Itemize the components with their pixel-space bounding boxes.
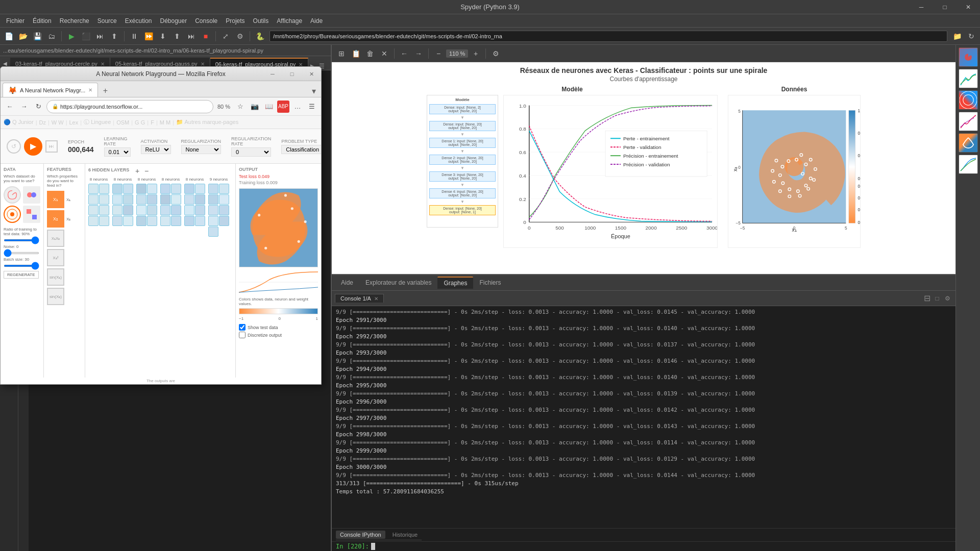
noise-slider[interactable] xyxy=(4,252,39,254)
sidebar-thumb-1[interactable] xyxy=(958,47,978,67)
nn-reset-button[interactable]: ↺ xyxy=(7,139,21,154)
debug-button[interactable]: ⏸ xyxy=(128,30,141,43)
feature-x2[interactable]: X₂ xyxy=(47,210,64,228)
console-settings-button[interactable]: ⚙ xyxy=(942,293,952,304)
lr-select[interactable]: 0.01 xyxy=(104,147,131,157)
step-out-button[interactable]: ⬆ xyxy=(170,30,184,43)
rt-settings-button[interactable]: ⚙ xyxy=(489,47,502,60)
tab-close-0[interactable]: ✕ xyxy=(101,61,105,67)
run-cell-advance-button[interactable]: ⏭ xyxy=(93,30,107,43)
nn-step-button[interactable]: ⏭ xyxy=(45,140,58,153)
tab-variables[interactable]: Explorateur de variables xyxy=(359,277,437,288)
run-selection-button[interactable]: ⬆ xyxy=(108,30,121,43)
rt-prev-button[interactable]: ← xyxy=(398,47,411,60)
ff-bookmark-star[interactable]: ☆ xyxy=(234,101,247,113)
close-button[interactable]: ✕ xyxy=(957,0,980,14)
menu-outils[interactable]: Outils xyxy=(249,16,273,26)
ff-back-button[interactable]: ← xyxy=(4,101,16,113)
menu-projets[interactable]: Projets xyxy=(222,16,249,26)
sidebar-thumb-4[interactable] xyxy=(958,111,978,132)
ff-bookmark-autres[interactable]: 📁 Autres marque-pages xyxy=(176,119,238,126)
ff-bookmark-g1[interactable]: G G xyxy=(135,119,145,126)
console-output[interactable]: 9/9 [============================] - 0s … xyxy=(332,306,955,528)
sync-button[interactable]: ↻ xyxy=(965,30,978,43)
feature-sinx1[interactable]: sin(X₁) xyxy=(47,268,64,286)
tab-fichiers[interactable]: Fichiers xyxy=(473,277,507,288)
ff-bookmark-linguee[interactable]: Ⓛ Linguee xyxy=(84,118,111,126)
ff-minimize-button[interactable]: ─ xyxy=(263,67,282,81)
open-file-button[interactable]: 📂 xyxy=(16,30,30,43)
console-options-button[interactable]: ⊟ xyxy=(922,293,932,304)
ff-forward-button[interactable]: → xyxy=(18,101,30,113)
ff-bookmark-w1[interactable]: W W xyxy=(52,119,64,126)
tab-aide[interactable]: Aide xyxy=(335,277,359,288)
dataset-spiral-btn[interactable] xyxy=(4,186,21,204)
rt-paste-button[interactable]: 📋 xyxy=(349,47,362,60)
ff-bookmark-lex[interactable]: Lex xyxy=(69,119,79,126)
maximize-pane-button[interactable]: ⤢ xyxy=(219,30,232,43)
menu-execution[interactable]: Exécution xyxy=(121,16,156,26)
ff-tab-list-button[interactable]: ▾ xyxy=(307,85,321,97)
ff-bookmark-osm[interactable]: OSM xyxy=(116,119,129,126)
ff-bookmark-dz[interactable]: Dz xyxy=(39,119,46,126)
show-test-checkbox[interactable] xyxy=(239,324,246,331)
menu-recherche[interactable]: Recherche xyxy=(56,16,93,26)
step-into-button[interactable]: ⬇ xyxy=(156,30,169,43)
save-button[interactable]: 💾 xyxy=(31,30,44,43)
continue-button[interactable]: ⏭ xyxy=(185,30,198,43)
ff-bookmark-f[interactable]: F xyxy=(151,119,154,126)
ff-tab-close[interactable]: ✕ xyxy=(88,87,92,93)
activation-select[interactable]: ReLU xyxy=(141,145,171,154)
feature-x1x2[interactable]: X₁X₂ xyxy=(47,230,64,247)
ff-bookmark-q[interactable]: 🔵 Q Junior xyxy=(4,119,34,126)
ff-more-button[interactable]: … xyxy=(291,101,304,113)
rt-zoom-out-button[interactable]: − xyxy=(432,47,445,60)
save-all-button[interactable]: 🗂 xyxy=(45,30,58,43)
maximize-button[interactable]: □ xyxy=(933,0,957,14)
ff-close-button[interactable]: ✕ xyxy=(302,67,321,81)
ff-screenshot-button[interactable]: 📷 xyxy=(249,101,261,113)
ff-menu-button[interactable]: ☰ xyxy=(306,101,318,113)
browse-button[interactable]: 📁 xyxy=(950,30,964,43)
console-tab-close[interactable]: ✕ xyxy=(374,296,378,302)
problem-type-select[interactable]: Classification xyxy=(281,145,321,154)
rt-delete-button[interactable]: ✕ xyxy=(378,47,391,60)
console-tabs-ipython[interactable]: Console IPython xyxy=(336,531,385,539)
ff-new-tab-button[interactable]: + xyxy=(98,85,112,97)
ff-url-bar[interactable]: 🔒 https://playground.tensorflow.or... xyxy=(46,100,213,113)
rt-next-button[interactable]: → xyxy=(412,47,425,60)
ff-bookmark-m[interactable]: M M xyxy=(160,119,170,126)
menu-affichage[interactable]: Affichage xyxy=(273,16,306,26)
rt-duplicate-button[interactable]: 🗑 xyxy=(363,47,377,60)
tab-close-1[interactable]: ✕ xyxy=(201,61,205,67)
ratio-slider[interactable] xyxy=(4,239,39,241)
run-button[interactable]: ▶ xyxy=(65,30,78,43)
console-tab-active[interactable]: Console 1/A ✕ xyxy=(335,294,384,303)
ff-reload-button[interactable]: ↻ xyxy=(32,101,44,113)
rt-zoom-in-button[interactable]: + xyxy=(469,47,482,60)
feature-x1[interactable]: X₁ xyxy=(47,191,64,208)
menu-console[interactable]: Console xyxy=(191,16,222,26)
menu-aide[interactable]: Aide xyxy=(306,16,327,26)
reg-rate-select[interactable]: 0 xyxy=(231,147,271,157)
minimize-button[interactable]: ─ xyxy=(910,0,933,14)
feature-sinx2[interactable]: sin(X₂) xyxy=(47,288,64,305)
dataset-2-btn[interactable] xyxy=(23,186,40,204)
ff-reader-button[interactable]: 📖 xyxy=(263,101,275,113)
ff-tab-active[interactable]: 🦊 A Neural Network Playgr... ✕ xyxy=(3,83,98,97)
batch-slider[interactable] xyxy=(4,265,39,267)
feature-x12[interactable]: X₁² xyxy=(47,249,64,266)
settings-button[interactable]: ⚙ xyxy=(233,30,247,43)
dataset-active-btn[interactable] xyxy=(4,206,21,223)
reg-select[interactable]: None xyxy=(181,145,221,154)
menu-fichier[interactable]: Fichier xyxy=(2,16,29,26)
add-layer-button[interactable]: + xyxy=(133,167,141,175)
sidebar-thumb-6[interactable] xyxy=(958,154,978,174)
menu-debogueur[interactable]: Déboguer xyxy=(156,16,191,26)
regenerate-button[interactable]: REGENERATE xyxy=(4,271,39,279)
step-button[interactable]: ⏩ xyxy=(142,30,155,43)
nn-play-button[interactable]: ▶ xyxy=(24,137,42,156)
new-file-button[interactable]: 📄 xyxy=(2,30,15,43)
rt-copy-button[interactable]: ⊞ xyxy=(335,47,348,60)
console-maximize-button[interactable]: □ xyxy=(932,293,942,304)
